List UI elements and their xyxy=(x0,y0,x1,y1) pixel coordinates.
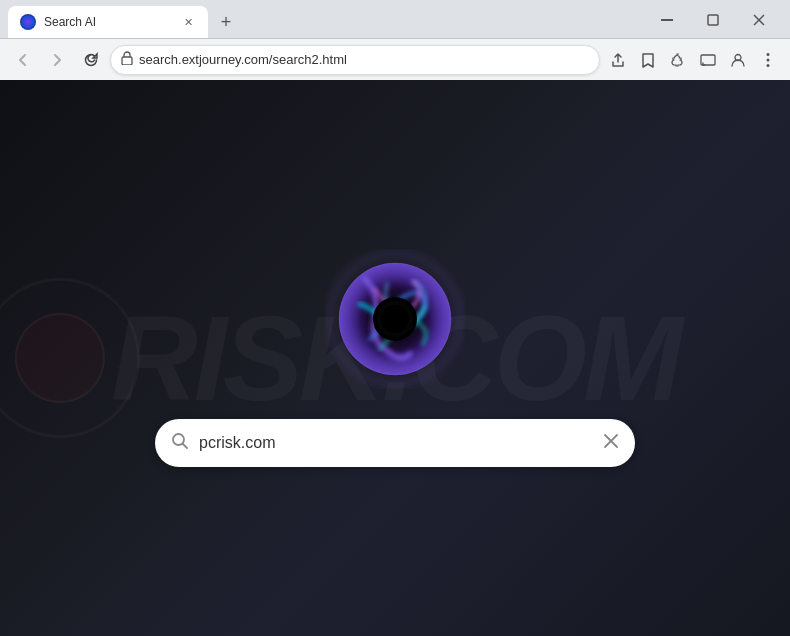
title-bar: Search AI ✕ + xyxy=(0,0,790,38)
svg-rect-4 xyxy=(122,57,132,65)
active-tab[interactable]: Search AI ✕ xyxy=(8,6,208,38)
content-area xyxy=(0,80,790,636)
bookmark-button[interactable] xyxy=(634,46,662,74)
toolbar: search.extjourney.com/search2.html xyxy=(0,38,790,80)
maximize-button[interactable] xyxy=(690,6,736,34)
back-button[interactable] xyxy=(8,45,38,75)
new-tab-button[interactable]: + xyxy=(212,8,240,36)
reload-button[interactable] xyxy=(76,45,106,75)
menu-button[interactable] xyxy=(754,46,782,74)
share-button[interactable] xyxy=(604,46,632,74)
tab-close-button[interactable]: ✕ xyxy=(180,14,196,30)
toolbar-actions xyxy=(604,46,782,74)
profile-button[interactable] xyxy=(724,46,752,74)
svg-point-9 xyxy=(767,64,770,67)
svg-rect-1 xyxy=(708,15,718,25)
logo-orb xyxy=(325,249,465,389)
lock-icon xyxy=(121,51,133,68)
tab-title: Search AI xyxy=(44,15,172,29)
minimize-button[interactable] xyxy=(644,6,690,34)
search-input[interactable] xyxy=(199,434,593,452)
search-clear-button[interactable] xyxy=(603,433,619,453)
address-bar[interactable]: search.extjourney.com/search2.html xyxy=(110,45,600,75)
webpage: RISK.COM xyxy=(0,80,790,636)
svg-point-7 xyxy=(767,53,770,56)
orb-svg xyxy=(325,249,465,389)
address-text: search.extjourney.com/search2.html xyxy=(139,52,589,67)
search-container xyxy=(155,419,635,467)
svg-line-18 xyxy=(183,444,188,449)
search-bar[interactable] xyxy=(155,419,635,467)
window-controls xyxy=(636,6,790,34)
close-button[interactable] xyxy=(736,6,782,34)
svg-point-15 xyxy=(339,263,451,375)
extensions-button[interactable] xyxy=(664,46,692,74)
forward-button[interactable] xyxy=(42,45,72,75)
browser-frame: Search AI ✕ + xyxy=(0,0,790,636)
tab-strip: Search AI ✕ + xyxy=(0,6,636,38)
cast-button[interactable] xyxy=(694,46,722,74)
search-icon xyxy=(171,432,189,454)
tab-favicon xyxy=(20,14,36,30)
svg-rect-0 xyxy=(661,19,673,21)
svg-point-8 xyxy=(767,58,770,61)
